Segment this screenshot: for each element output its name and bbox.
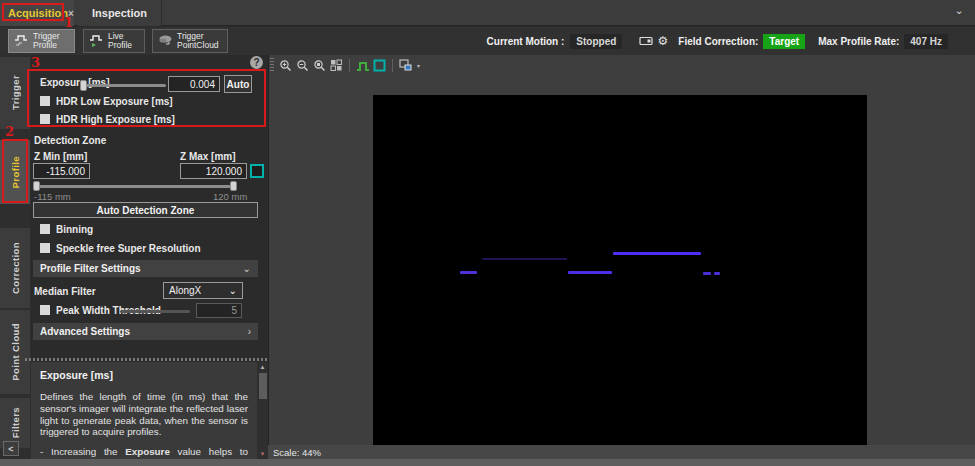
advanced-settings-header[interactable]: Advanced Settings › (33, 323, 258, 340)
document-tabbar: Acquisition × Inspection ⌄ (0, 0, 975, 26)
panel-splitter[interactable] (25, 358, 268, 361)
speckle-checkbox[interactable] (40, 243, 50, 253)
auto-detection-zone-button[interactable]: Auto Detection Zone (33, 202, 258, 218)
help-paragraph-1: Defines the length of time (in ms) that … (40, 391, 248, 438)
binning-checkbox[interactable] (40, 224, 50, 234)
button-label: LiveProfile (108, 32, 132, 51)
trigger-profile-button[interactable]: TriggerProfile (8, 29, 75, 53)
zoom-fit-icon[interactable] (329, 57, 344, 73)
profile-view-icon[interactable] (355, 57, 370, 73)
button-label: TriggerPointCloud (177, 32, 219, 51)
peak-width-slider-track[interactable] (120, 310, 190, 313)
field-correction-badge: Target (763, 34, 805, 49)
live-profile-icon (89, 33, 104, 49)
viewport-statusbar: Scale: 44% (268, 445, 975, 459)
scale-label: Scale: 44% (273, 447, 321, 458)
annotation-number-2: 2 (5, 124, 14, 139)
median-filter-label: Median Filter (34, 286, 96, 297)
chevron-down-icon: ⌄ (229, 285, 237, 296)
zmin-label: Z Min [mm] (34, 151, 87, 162)
peak-width-value-field[interactable]: 5 (196, 303, 242, 318)
zoom-out-icon[interactable] (295, 57, 310, 73)
median-filter-value: AlongX (169, 285, 201, 296)
region-box-icon[interactable] (372, 57, 387, 73)
speckle-label: Speckle free Super Resolution (56, 243, 201, 254)
gear-icon[interactable]: ⚙ (655, 34, 670, 48)
annotation-number-3: 3 (31, 55, 40, 70)
toolbar-separator (392, 59, 393, 72)
annotation-box-3 (27, 69, 266, 127)
chevron-right-icon: › (248, 326, 251, 337)
help-paragraph-2: - Increasing the Exposure value helps to… (40, 446, 248, 459)
range-max-label: 120 mm (213, 191, 247, 202)
toolbar-overflow-icon[interactable]: ▾ (417, 62, 420, 69)
live-profile-button[interactable]: LiveProfile (83, 29, 145, 53)
binning-label: Binning (56, 224, 93, 235)
toolbar-grip[interactable] (270, 58, 274, 72)
display-icon[interactable] (638, 34, 653, 48)
tab-inspection[interactable]: Inspection (78, 0, 162, 26)
collapse-panel-button[interactable]: < (3, 441, 19, 456)
detection-zone-title: Detection Zone (34, 135, 106, 146)
application-window: Acquisition × Inspection ⌄ 1 TriggerProf… (0, 0, 975, 466)
detection-range-handle-min[interactable] (33, 181, 40, 191)
sidebar-tab-pointcloud[interactable]: Point Cloud (0, 310, 30, 394)
sidebar-tab-correction[interactable]: Correction (0, 228, 30, 308)
laser-segment (460, 271, 477, 274)
trigger-pointcloud-button[interactable]: TriggerPointCloud (152, 29, 228, 53)
annotation-box-2 (2, 139, 28, 203)
viewport-toolbar: ▾ (270, 56, 420, 74)
toolbar-separator (349, 59, 350, 72)
profile-canvas[interactable] (373, 95, 867, 445)
field-correction-label: Field Correction: (678, 36, 758, 47)
button-label: TriggerProfile (33, 32, 60, 51)
peak-width-checkbox[interactable] (40, 305, 50, 315)
help-icon[interactable]: ? (250, 56, 263, 69)
range-min-label: -115 mm (34, 191, 71, 202)
max-profile-rate-label: Max Profile Rate: (818, 36, 899, 47)
median-filter-dropdown[interactable]: AlongX ⌄ (163, 282, 243, 299)
scrollbar-thumb[interactable] (259, 373, 267, 399)
annotation-number-1: 1 (64, 15, 73, 30)
help-scrollbar[interactable]: ▲ ▼ (257, 362, 268, 459)
detection-zone-lock-checkbox[interactable] (250, 164, 264, 178)
advanced-settings-title: Advanced Settings (40, 326, 130, 337)
laser-segment (568, 271, 612, 274)
zoom-in-icon[interactable] (278, 57, 293, 73)
trigger-profile-icon (14, 33, 29, 49)
detection-range-slider-track[interactable] (34, 185, 236, 188)
zmax-field[interactable]: 120.000 (180, 163, 247, 179)
export-image-icon[interactable] (398, 57, 413, 73)
laser-segment (482, 258, 567, 260)
laser-segment (714, 272, 720, 275)
current-motion-value: Stopped (570, 34, 622, 49)
current-motion-label: Current Motion : (487, 36, 565, 47)
laser-segment (613, 252, 701, 255)
help-panel: Exposure [ms] Defines the length of time… (31, 362, 257, 459)
zoom-region-icon[interactable] (312, 57, 327, 73)
sidebar-tab-trigger[interactable]: Trigger (0, 57, 30, 129)
annotation-box-1 (2, 3, 64, 21)
ribbon-status-row: Current Motion : Stopped ⚙ Field Correct… (487, 28, 948, 54)
bottom-strip (0, 459, 975, 466)
laser-segment (703, 272, 711, 275)
help-title: Exposure [ms] (40, 369, 248, 381)
chevron-down-icon: ⌄ (243, 263, 251, 274)
profile-filter-settings-title: Profile Filter Settings (40, 263, 141, 274)
profile-filter-settings-header[interactable]: Profile Filter Settings ⌄ (33, 260, 258, 277)
max-profile-rate-value: 407 Hz (904, 34, 948, 49)
zmax-label: Z Max [mm] (180, 151, 236, 162)
trigger-pointcloud-icon (158, 33, 173, 49)
chevron-down-icon[interactable]: ⌄ (950, 4, 968, 22)
scroll-down-icon[interactable]: ▼ (257, 449, 268, 459)
detection-range-handle-max[interactable] (230, 181, 237, 191)
zmin-field[interactable]: -115.000 (33, 163, 90, 179)
scroll-up-icon[interactable]: ▲ (257, 362, 268, 372)
